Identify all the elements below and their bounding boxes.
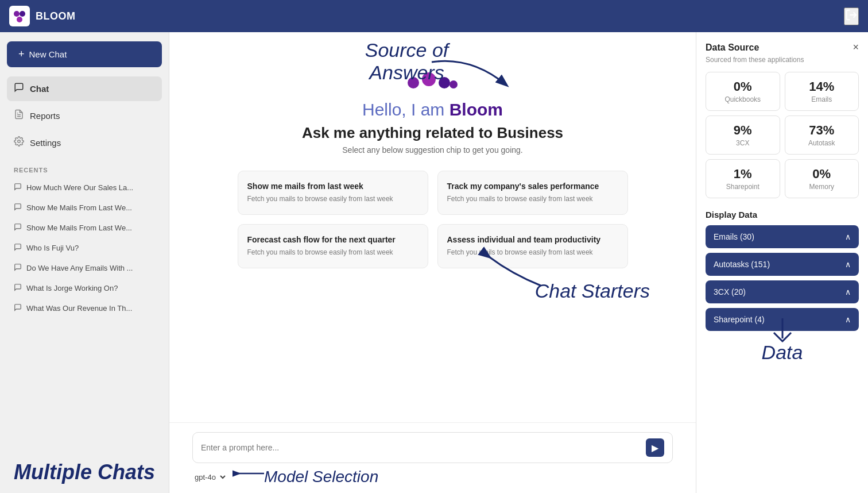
chat-bubble-icon bbox=[14, 223, 22, 233]
display-item-3cx[interactable]: 3CX (20) ∧ bbox=[706, 280, 859, 303]
close-panel-button[interactable]: × bbox=[852, 41, 859, 53]
sidebar-chat-label: Chat bbox=[30, 84, 49, 94]
ds-memory-percent: 0% bbox=[792, 167, 852, 182]
ds-memory-label: Memory bbox=[792, 183, 852, 191]
main-content: Source of Answers Hello, I am bbox=[169, 32, 696, 493]
panel-header: Data Source × bbox=[706, 41, 859, 53]
new-chat-button[interactable]: + New Chat bbox=[7, 41, 162, 67]
suggestion-title-1: Show me mails from last week bbox=[247, 182, 418, 191]
suggestion-desc-2: Fetch you mails to browse easily from la… bbox=[447, 194, 618, 204]
main-subtitle: Ask me anything related to Business bbox=[302, 124, 563, 142]
sidebar-settings-label: Settings bbox=[30, 138, 61, 148]
display-item-autotasks[interactable]: Autotasks (151) ∧ bbox=[706, 253, 859, 276]
list-item[interactable]: Show Me Mails From Last We... bbox=[7, 218, 162, 237]
recents-label: RECENTS bbox=[14, 167, 155, 174]
ds-autotask-label: Autotask bbox=[792, 139, 852, 147]
chat-area: Hello, I am Bloom Ask me anything relate… bbox=[169, 32, 696, 422]
prompt-input[interactable] bbox=[201, 443, 646, 452]
chevron-up-icon: ∧ bbox=[845, 315, 851, 324]
right-panel: Data Source × Sourced from these applica… bbox=[696, 32, 868, 493]
suggestion-title-2: Track my company's sales performance bbox=[447, 182, 618, 191]
list-item[interactable]: What Is Jorge Working On? bbox=[7, 279, 162, 298]
ds-quickbooks: 0% Quickbooks bbox=[706, 72, 780, 111]
suggestion-desc-1: Fetch you mails to browse easily from la… bbox=[247, 194, 418, 204]
sidebar-reports-label: Reports bbox=[30, 111, 60, 121]
logout-button[interactable] bbox=[844, 7, 859, 25]
chat-bubble-icon bbox=[14, 243, 22, 253]
chat-icon bbox=[14, 82, 24, 95]
chevron-up-icon: ∧ bbox=[845, 287, 851, 296]
display-item-sharepoint-label: Sharepoint (4) bbox=[714, 315, 765, 324]
reports-icon bbox=[14, 109, 24, 122]
suggestion-card-1[interactable]: Show me mails from last week Fetch you m… bbox=[238, 171, 428, 215]
top-nav: BLOOM bbox=[0, 0, 868, 32]
list-item[interactable]: Show Me Mails From Last We... bbox=[7, 198, 162, 217]
display-data-label: Display Data bbox=[706, 210, 859, 219]
suggestion-card-3[interactable]: Forecast cash flow for the next quarter … bbox=[238, 224, 428, 268]
sidebar-item-reports[interactable]: Reports bbox=[7, 103, 162, 128]
sidebar-item-settings[interactable]: Settings bbox=[7, 130, 162, 155]
dot4 bbox=[450, 80, 458, 88]
ds-sharepoint-label: Sharepoint bbox=[713, 183, 773, 191]
layout: + New Chat Chat Reports bbox=[0, 0, 868, 493]
new-chat-label: New Chat bbox=[29, 49, 67, 59]
dot1 bbox=[408, 77, 419, 88]
svg-point-6 bbox=[18, 140, 21, 143]
send-icon: ▶ bbox=[652, 442, 658, 453]
svg-point-0 bbox=[14, 11, 20, 17]
suggestion-card-2[interactable]: Track my company's sales performance Fet… bbox=[437, 171, 628, 215]
multiple-chats-annotation: Multiple Chats bbox=[7, 449, 162, 484]
chat-bubble-icon bbox=[14, 283, 22, 293]
chat-bubble-icon bbox=[14, 263, 22, 273]
ds-quickbooks-percent: 0% bbox=[713, 79, 773, 94]
suggestion-title-3: Forecast cash flow for the next quarter bbox=[247, 235, 418, 244]
bloom-logo bbox=[408, 72, 458, 88]
chat-starters-annotation: Chat Starters bbox=[535, 280, 650, 302]
chevron-up-icon: ∧ bbox=[845, 232, 851, 241]
ds-3cx-label: 3CX bbox=[713, 139, 773, 147]
data-source-grid: 0% Quickbooks 14% Emails 9% 3CX 73% Auto… bbox=[706, 72, 859, 198]
nav-left: BLOOM bbox=[9, 6, 76, 26]
chat-bubble-icon bbox=[14, 183, 22, 192]
sidebar-item-chat[interactable]: Chat bbox=[7, 76, 162, 101]
ds-autotask: 73% Autotask bbox=[785, 115, 859, 155]
panel-subtitle: Sourced from these applications bbox=[706, 56, 859, 64]
dot2 bbox=[422, 72, 436, 86]
ds-3cx: 9% 3CX bbox=[706, 115, 780, 155]
select-hint: Select any below suggestion chip to get … bbox=[342, 145, 522, 155]
list-item[interactable]: What Was Our Revenue In Th... bbox=[7, 299, 162, 318]
svg-point-1 bbox=[20, 11, 25, 17]
ds-autotask-percent: 73% bbox=[792, 123, 852, 138]
bloom-name: Bloom bbox=[450, 100, 503, 119]
display-item-emails-label: Emails (30) bbox=[714, 232, 754, 241]
ds-memory: 0% Memory bbox=[785, 159, 859, 198]
list-item[interactable]: Who Is Fuji Vu? bbox=[7, 238, 162, 257]
prompt-area: ▶ gpt-4o gpt-3.5 bbox=[169, 422, 696, 493]
logo-box bbox=[9, 6, 30, 26]
model-selection-annotation: Model Selection bbox=[264, 468, 378, 486]
send-button[interactable]: ▶ bbox=[646, 438, 664, 457]
ds-emails-label: Emails bbox=[792, 95, 852, 103]
model-row: gpt-4o gpt-3.5 Model Selection bbox=[192, 468, 673, 486]
data-annotation: Data bbox=[706, 341, 859, 364]
suggestion-desc-3: Fetch you mails to browse easily from la… bbox=[247, 248, 418, 257]
hello-text: Hello, I am Bloom bbox=[362, 100, 503, 120]
plus-icon: + bbox=[18, 48, 25, 60]
dot3 bbox=[439, 77, 450, 88]
suggestion-grid: Show me mails from last week Fetch you m… bbox=[238, 171, 628, 268]
prompt-input-row: ▶ bbox=[192, 432, 673, 463]
ds-emails: 14% Emails bbox=[785, 72, 859, 111]
list-item[interactable]: Do We Have Any Emails With ... bbox=[7, 259, 162, 278]
list-item[interactable]: How Much Were Our Sales La... bbox=[7, 178, 162, 197]
display-item-3cx-label: 3CX (20) bbox=[714, 287, 746, 296]
ds-sharepoint: 1% Sharepoint bbox=[706, 159, 780, 198]
sidebar: + New Chat Chat Reports bbox=[0, 32, 169, 493]
settings-icon bbox=[14, 136, 24, 149]
display-item-emails[interactable]: Emails (30) ∧ bbox=[706, 225, 859, 248]
chat-bubble-icon bbox=[14, 303, 22, 313]
ds-emails-percent: 14% bbox=[792, 79, 852, 94]
display-item-autotasks-label: Autotasks (151) bbox=[714, 260, 770, 269]
ds-3cx-percent: 9% bbox=[713, 123, 773, 138]
model-select[interactable]: gpt-4o gpt-3.5 bbox=[192, 472, 227, 482]
suggestion-title-4: Assess individual and team productivity bbox=[447, 235, 618, 244]
